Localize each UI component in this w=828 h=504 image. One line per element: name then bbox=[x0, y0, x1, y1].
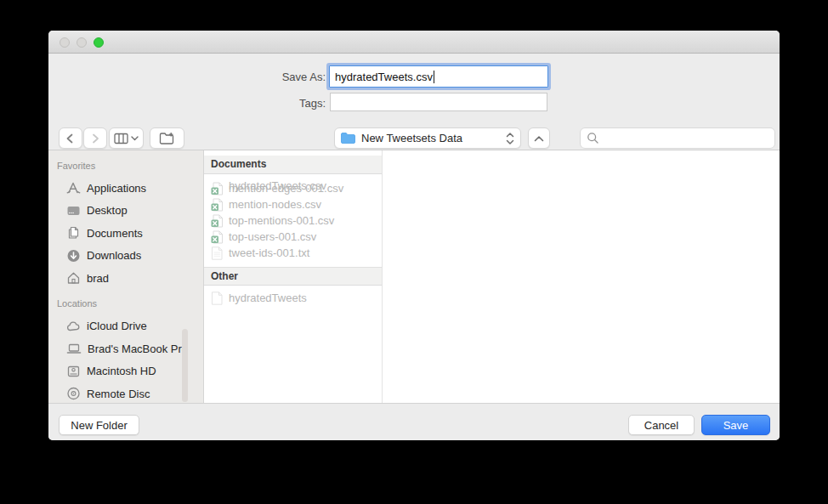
forward-button[interactable] bbox=[83, 127, 107, 149]
file-name: mention-edges-001.csv bbox=[229, 182, 343, 195]
sidebar-item-documents[interactable]: Documents bbox=[48, 222, 203, 245]
documents-icon bbox=[66, 226, 81, 240]
tags-input[interactable] bbox=[330, 93, 547, 111]
csv-file-icon bbox=[211, 214, 224, 228]
file-row[interactable]: hydratedTweets bbox=[204, 290, 382, 306]
search-input[interactable] bbox=[580, 127, 775, 149]
sidebar-item-macbook[interactable]: Brad's MacBook Pro bbox=[48, 337, 203, 360]
file-name: hydratedTweets bbox=[229, 292, 307, 304]
csv-file-icon bbox=[211, 230, 224, 244]
sidebar-item-applications[interactable]: Applications bbox=[48, 177, 203, 200]
file-name: tweet-ids-001.txt bbox=[229, 246, 309, 259]
zoom-window-icon[interactable] bbox=[94, 37, 104, 48]
sidebar-item-label: brad bbox=[87, 272, 109, 285]
sidebar-item-label: Macintosh HD bbox=[87, 365, 156, 377]
new-folder-toolbar-button[interactable] bbox=[150, 127, 184, 149]
file-browser: Favorites Applications bbox=[48, 150, 780, 403]
file-row[interactable]: mention-nodes.csv bbox=[204, 196, 382, 212]
sidebar-section-locations: Locations bbox=[48, 296, 203, 311]
title-bar bbox=[48, 31, 780, 54]
applications-icon bbox=[66, 181, 81, 195]
back-button[interactable] bbox=[59, 127, 82, 149]
sidebar-item-label: Desktop bbox=[87, 204, 128, 217]
desktop-background: Save As: hydratedTweets.csv Tags: bbox=[0, 0, 828, 504]
sidebar: Favorites Applications bbox=[48, 150, 204, 403]
column-view-icon bbox=[114, 133, 128, 144]
home-icon bbox=[66, 271, 81, 285]
sidebar-item-label: Applications bbox=[87, 182, 146, 195]
sidebar-item-label: iCloud Drive bbox=[87, 320, 147, 332]
location-dropdown[interactable]: New Tweetsets Data bbox=[334, 127, 521, 149]
chevron-up-icon bbox=[534, 135, 544, 142]
file-section-header-other: Other bbox=[204, 267, 382, 286]
file-list-column: Documents hydratedTweets.csv men bbox=[204, 150, 383, 403]
up-directory-button[interactable] bbox=[528, 127, 550, 149]
icloud-icon bbox=[66, 320, 81, 333]
sidebar-item-label: Documents bbox=[87, 227, 143, 240]
new-folder-button[interactable]: New Folder bbox=[59, 415, 139, 435]
harddrive-icon bbox=[66, 365, 81, 378]
sidebar-scrollbar-thumb[interactable] bbox=[182, 329, 188, 402]
save-as-label: Save As: bbox=[48, 71, 326, 83]
csv-file-icon bbox=[211, 182, 224, 195]
minimize-window-icon[interactable] bbox=[77, 37, 87, 48]
file-row[interactable]: tweet-ids-001.txt bbox=[204, 245, 382, 261]
close-window-icon[interactable] bbox=[60, 37, 70, 48]
file-row[interactable]: top-users-001.csv bbox=[204, 229, 382, 245]
chevron-down-icon bbox=[131, 136, 139, 141]
disc-icon bbox=[66, 387, 81, 400]
document-file-icon bbox=[211, 292, 224, 305]
sidebar-section-favorites: Favorites bbox=[48, 158, 203, 173]
save-as-input[interactable]: hydratedTweets.csv bbox=[329, 65, 548, 88]
csv-file-icon bbox=[211, 198, 224, 212]
cancel-button[interactable]: Cancel bbox=[628, 415, 695, 435]
sidebar-item-desktop[interactable]: Desktop bbox=[48, 200, 203, 223]
text-caret bbox=[434, 71, 434, 83]
file-name: top-users-001.csv bbox=[229, 230, 316, 243]
file-row[interactable]: hydratedTweets.csv mention-edges-001.csv bbox=[204, 180, 382, 196]
desktop-icon bbox=[66, 204, 81, 218]
laptop-icon bbox=[66, 342, 82, 355]
sidebar-item-macintosh-hd[interactable]: Macintosh HD bbox=[48, 360, 203, 383]
sidebar-item-label: Brad's MacBook Pro bbox=[88, 343, 188, 355]
sidebar-item-remote-disc[interactable]: Remote Disc bbox=[48, 382, 203, 403]
chevron-right-icon bbox=[88, 132, 102, 145]
file-section-header-documents: Documents bbox=[204, 156, 382, 174]
save-button[interactable]: Save bbox=[701, 415, 770, 435]
file-name: top-mentions-001.csv bbox=[229, 214, 334, 227]
save-as-value: hydratedTweets.csv bbox=[335, 71, 433, 83]
location-dropdown-value: New Tweetsets Data bbox=[361, 132, 500, 144]
folder-icon bbox=[341, 133, 355, 144]
view-mode-button[interactable] bbox=[109, 127, 144, 149]
text-file-icon bbox=[211, 246, 224, 260]
sidebar-item-downloads[interactable]: Downloads bbox=[48, 245, 203, 268]
file-name: mention-nodes.csv bbox=[229, 198, 321, 211]
sidebar-item-home[interactable]: brad bbox=[48, 267, 203, 290]
chevron-left-icon bbox=[64, 132, 77, 145]
tags-label: Tags: bbox=[48, 97, 326, 110]
file-row[interactable]: top-mentions-001.csv bbox=[204, 212, 382, 229]
downloads-icon bbox=[66, 249, 81, 263]
search-icon bbox=[587, 132, 599, 144]
sidebar-item-label: Downloads bbox=[87, 249, 141, 262]
updown-chevrons-icon bbox=[506, 132, 514, 145]
save-dialog-window: Save As: hydratedTweets.csv Tags: bbox=[48, 31, 780, 440]
sidebar-item-icloud[interactable]: iCloud Drive bbox=[48, 315, 203, 338]
new-folder-icon bbox=[159, 132, 175, 144]
dialog-footer: New Folder Cancel Save bbox=[48, 403, 780, 440]
sidebar-item-label: Remote Disc bbox=[87, 388, 150, 400]
